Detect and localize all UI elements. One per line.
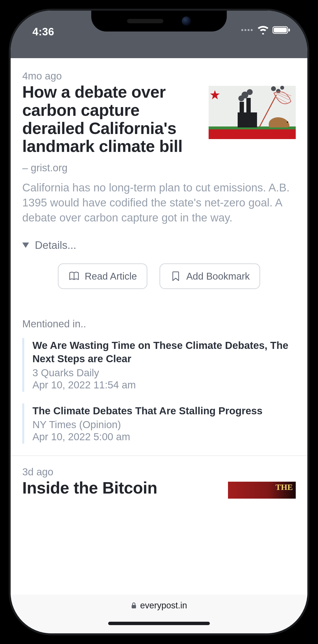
add-bookmark-button[interactable]: Add Bookmark bbox=[159, 263, 260, 289]
url-display[interactable]: everypost.in bbox=[131, 600, 187, 610]
book-icon bbox=[68, 270, 80, 282]
speaker-grille bbox=[127, 19, 163, 23]
mention-item[interactable]: We Are Wasting Time on These Climate Deb… bbox=[22, 338, 296, 392]
svg-rect-9 bbox=[246, 98, 251, 114]
mention-item[interactable]: The Climate Debates That Are Stalling Pr… bbox=[22, 404, 296, 444]
next-article-thumbnail[interactable] bbox=[228, 482, 296, 499]
content-viewport[interactable]: 4mo ago How a debate over carbon capture… bbox=[11, 58, 307, 594]
mentioned-in-label: Mentioned in.. bbox=[22, 318, 296, 330]
details-label: Details... bbox=[35, 239, 76, 251]
read-article-button[interactable]: Read Article bbox=[58, 263, 147, 289]
svg-point-13 bbox=[271, 86, 276, 91]
svg-rect-1 bbox=[274, 28, 287, 32]
article-age: 4mo ago bbox=[22, 70, 296, 82]
svg-rect-18 bbox=[132, 605, 136, 608]
next-article-headline[interactable]: Inside the Bitcoin bbox=[22, 479, 221, 497]
home-indicator[interactable] bbox=[108, 622, 210, 625]
chevron-down-icon bbox=[22, 242, 29, 248]
svg-rect-2 bbox=[289, 28, 290, 32]
add-bookmark-label: Add Bookmark bbox=[186, 271, 250, 282]
details-toggle[interactable]: Details... bbox=[22, 239, 296, 251]
url-domain: everypost.in bbox=[140, 600, 187, 610]
article-source[interactable]: – grist.org bbox=[22, 162, 296, 174]
bookmark-icon bbox=[170, 270, 182, 282]
svg-rect-8 bbox=[240, 102, 244, 114]
mention-timestamp: Apr 10, 2022 11:54 am bbox=[32, 379, 296, 391]
screen: 4:36 4mo ago How a debate over carb bbox=[11, 11, 307, 633]
svg-point-12 bbox=[247, 89, 253, 95]
divider bbox=[11, 455, 307, 456]
mention-title[interactable]: The Climate Debates That Are Stalling Pr… bbox=[32, 404, 296, 418]
battery-icon bbox=[273, 26, 291, 34]
source-prefix: – bbox=[22, 162, 31, 174]
mention-source: NY Times (Opinion) bbox=[32, 419, 296, 430]
mention-source: 3 Quarks Daily bbox=[32, 367, 296, 379]
article-thumbnail[interactable] bbox=[209, 86, 296, 139]
source-domain: grist.org bbox=[31, 162, 67, 174]
cellular-dots-icon bbox=[241, 29, 253, 31]
mention-timestamp: Apr 10, 2022 5:00 am bbox=[32, 431, 296, 443]
read-article-label: Read Article bbox=[85, 271, 137, 282]
notch bbox=[91, 11, 227, 32]
svg-point-15 bbox=[280, 86, 284, 90]
article-summary: California has no long-term plan to cut … bbox=[22, 180, 296, 225]
front-camera bbox=[182, 16, 191, 26]
mention-title[interactable]: We Are Wasting Time on These Climate Deb… bbox=[32, 339, 296, 365]
next-article[interactable]: 3d ago Inside the Bitcoin bbox=[22, 466, 296, 499]
status-icons bbox=[241, 26, 291, 34]
mentions-list: We Are Wasting Time on These Climate Deb… bbox=[22, 338, 296, 444]
svg-rect-7 bbox=[238, 112, 257, 128]
lock-icon bbox=[131, 602, 137, 609]
article-headline[interactable]: How a debate over carbon capture deraile… bbox=[22, 83, 202, 155]
status-time: 4:36 bbox=[32, 26, 54, 38]
bottom-fade bbox=[11, 566, 307, 594]
wifi-icon bbox=[257, 26, 269, 34]
svg-rect-4 bbox=[209, 130, 296, 139]
svg-point-17 bbox=[287, 122, 288, 123]
next-article-age: 3d ago bbox=[22, 466, 296, 478]
action-row: Read Article Add Bookmark bbox=[22, 263, 296, 289]
phone-frame: 4:36 4mo ago How a debate over carb bbox=[0, 0, 318, 644]
california-flag-illustration bbox=[209, 86, 296, 139]
browser-bar[interactable]: everypost.in bbox=[11, 594, 307, 633]
phone-inner: 4:36 4mo ago How a debate over carb bbox=[9, 9, 309, 635]
